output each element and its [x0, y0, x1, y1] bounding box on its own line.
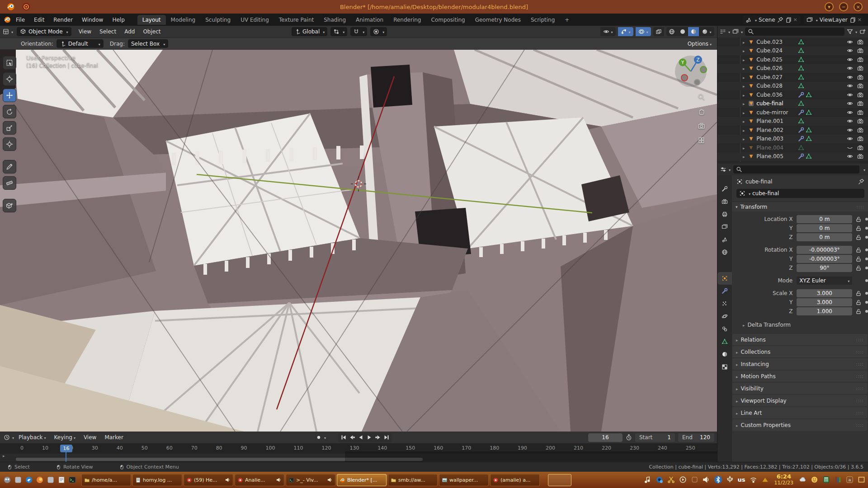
visibility-eye-icon[interactable] [847, 153, 853, 160]
properties-section-header[interactable]: Viewport Display [732, 395, 868, 406]
viewport-menu-item[interactable]: Add [124, 28, 135, 35]
drag-setting-dropdown[interactable]: Select Box [128, 39, 168, 48]
visibility-eye-icon[interactable] [847, 136, 853, 142]
taskbar-window-button[interactable]: /home/a... [81, 474, 131, 486]
viewport-toggle-button[interactable] [688, 27, 699, 36]
tool-button[interactable] [3, 72, 16, 86]
animate-dot[interactable] [865, 279, 868, 282]
timeline-editor-type-button[interactable] [4, 434, 14, 441]
visibility-eye-icon[interactable] [847, 65, 853, 71]
lock-icon[interactable] [855, 265, 862, 271]
properties-options-icon[interactable] [862, 166, 865, 173]
outliner-row[interactable]: ▼ Cube.026 [717, 64, 868, 73]
visibility-eye-icon[interactable] [847, 56, 853, 63]
menu-item[interactable]: Window [82, 17, 103, 23]
properties-tab[interactable] [717, 323, 732, 335]
ortho-toggle-icon[interactable] [698, 136, 705, 144]
properties-section-header[interactable]: Visibility [732, 383, 868, 394]
tray-icon[interactable] [691, 476, 698, 483]
expand-arrow-icon[interactable] [743, 145, 745, 151]
properties-tab[interactable] [717, 348, 732, 361]
launcher-icon[interactable] [14, 475, 23, 484]
camera-view-icon[interactable] [698, 122, 705, 130]
animate-dot[interactable] [865, 292, 868, 295]
expand-arrow-icon[interactable] [743, 118, 745, 124]
expand-arrow-icon[interactable] [743, 92, 745, 98]
minimize-button[interactable]: − [839, 2, 848, 11]
render-camera-icon[interactable] [857, 92, 863, 98]
viewport-toggle-button[interactable] [677, 27, 688, 36]
tool-button[interactable] [3, 160, 16, 174]
workspace-tab[interactable]: Sculpting [200, 15, 236, 25]
menu-item[interactable]: Help [112, 17, 124, 23]
playback-button[interactable] [348, 434, 356, 441]
properties-section-header[interactable]: Instancing [732, 358, 868, 370]
object-name[interactable]: Cube.036 [756, 92, 796, 98]
properties-tab[interactable] [717, 208, 732, 221]
object-name[interactable]: Plane.004 [756, 145, 796, 151]
outliner-row[interactable]: ▼ Cube.023 [717, 38, 868, 47]
object-name[interactable]: cube-mirror [756, 109, 796, 116]
transform-value-field[interactable]: 0 m [797, 215, 852, 223]
tray-icon[interactable] [811, 476, 818, 483]
visibility-eye-icon[interactable] [847, 39, 853, 45]
render-camera-icon[interactable] [857, 136, 863, 142]
transform-value-field[interactable]: 1.000 [797, 307, 852, 315]
breadcrumb-label[interactable]: cube-final [745, 178, 772, 185]
pin-id-icon[interactable] [858, 178, 864, 185]
taskbar-window-button[interactable]: Blender* [... [337, 474, 387, 486]
visibility-eye-icon[interactable] [847, 127, 853, 133]
object-name[interactable]: Plane.002 [756, 127, 796, 133]
expand-arrow-icon[interactable] [743, 100, 745, 107]
auto-key-button[interactable] [316, 434, 326, 441]
workspace-tab[interactable]: Compositing [426, 15, 470, 25]
render-camera-icon[interactable] [857, 153, 863, 160]
editor-type-button[interactable] [3, 28, 13, 35]
visibility-eye-icon[interactable] [847, 74, 853, 80]
outliner-row[interactable]: ▼ Cube.028 [717, 82, 868, 91]
outliner-row[interactable]: ▼ Plane.001 [717, 117, 868, 126]
visibility-eye-icon[interactable] [847, 100, 853, 107]
expand-arrow-icon[interactable] [743, 39, 745, 45]
render-camera-icon[interactable] [857, 145, 863, 151]
render-camera-icon[interactable] [857, 100, 863, 107]
workspace-tab[interactable]: Animation [351, 15, 388, 25]
taskbar-window-button[interactable]: smb://aw... [388, 474, 438, 486]
navigation-gizmo[interactable]: Z Y [674, 52, 708, 87]
object-name[interactable]: Plane.005 [756, 153, 796, 160]
taskbar-window-button[interactable]: (amalie) a... [490, 474, 540, 486]
outliner-row[interactable]: ▼ cube-final [717, 99, 868, 108]
proportional-editing-dropdown[interactable] [370, 27, 387, 36]
remove-view-layer-icon[interactable]: × [858, 17, 862, 23]
render-camera-icon[interactable] [857, 65, 863, 71]
outliner-row[interactable]: ▼ Plane.004 [717, 143, 868, 152]
tray-icon[interactable] [679, 476, 687, 483]
transform-value-field[interactable]: -0.000003° [797, 255, 852, 263]
launcher-icon[interactable] [24, 475, 33, 484]
current-frame-indicator[interactable]: 16 [60, 445, 72, 452]
timeline-menu-item[interactable]: Keying [54, 434, 75, 441]
new-scene-icon[interactable] [785, 17, 792, 23]
visibility-eye-icon[interactable] [847, 92, 853, 98]
viewport-toggle-button[interactable] [600, 27, 616, 36]
taskbar-window-button[interactable]: (59) He... [184, 474, 233, 486]
menu-item[interactable]: File [16, 17, 25, 23]
workspace-tab[interactable]: Texture Paint [274, 15, 319, 25]
animate-dot[interactable] [865, 227, 868, 230]
viewport-toggle-button[interactable] [699, 27, 714, 36]
workspace-tab[interactable]: Scripting [526, 15, 560, 25]
outliner-row[interactable]: ▼ Cube.027 [717, 73, 868, 82]
taskbar-window-button[interactable]: Analie... [235, 474, 284, 486]
lock-icon[interactable] [855, 308, 862, 314]
tool-button[interactable] [3, 199, 16, 212]
properties-tab[interactable] [717, 246, 732, 258]
transform-value-field[interactable]: 0 m [797, 224, 852, 232]
animate-dot[interactable] [865, 236, 868, 239]
visibility-eye-icon[interactable] [847, 47, 853, 54]
render-camera-icon[interactable] [857, 109, 863, 116]
properties-tab[interactable] [717, 361, 732, 373]
viewport-3d-scene[interactable] [0, 50, 717, 432]
expand-arrow-icon[interactable] [743, 47, 745, 54]
playback-button[interactable] [382, 434, 391, 441]
taskbar-window-button[interactable]: >_- Viv... [286, 474, 335, 486]
